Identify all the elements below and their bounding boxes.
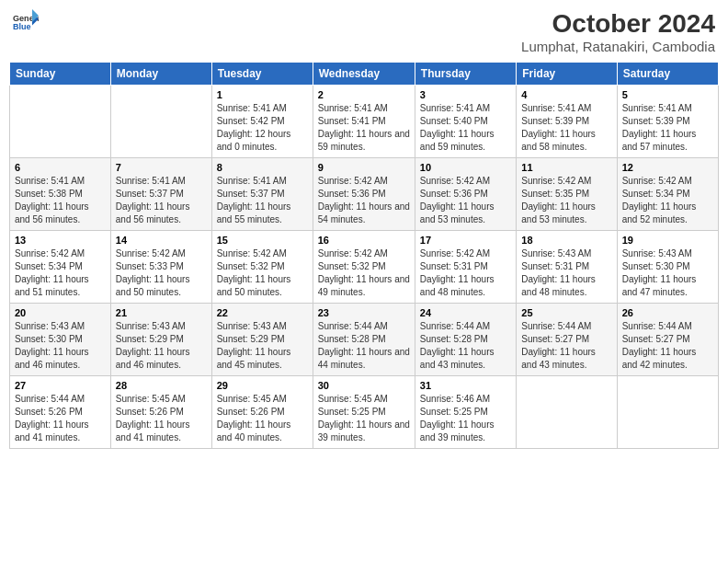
day-info: Sunrise: 5:42 AM Sunset: 5:33 PM Dayligh…: [116, 247, 207, 299]
calendar-cell: 28Sunrise: 5:45 AM Sunset: 5:26 PM Dayli…: [110, 376, 211, 449]
week-row-2: 6Sunrise: 5:41 AM Sunset: 5:38 PM Daylig…: [10, 158, 719, 231]
logo-icon: General Blue: [13, 9, 39, 35]
calendar-cell: 2Sunrise: 5:41 AM Sunset: 5:41 PM Daylig…: [313, 86, 415, 158]
col-header-saturday: Saturday: [617, 63, 718, 86]
day-info: Sunrise: 5:42 AM Sunset: 5:36 PM Dayligh…: [420, 175, 511, 226]
calendar-cell: 21Sunrise: 5:43 AM Sunset: 5:29 PM Dayli…: [110, 304, 211, 376]
day-number: 15: [217, 235, 308, 246]
day-info: Sunrise: 5:41 AM Sunset: 5:42 PM Dayligh…: [217, 102, 308, 154]
day-number: 24: [420, 307, 511, 318]
day-info: Sunrise: 5:44 AM Sunset: 5:28 PM Dayligh…: [318, 320, 410, 372]
day-info: Sunrise: 5:43 AM Sunset: 5:30 PM Dayligh…: [15, 320, 106, 372]
day-number: 3: [420, 89, 511, 100]
calendar-cell: 12Sunrise: 5:42 AM Sunset: 5:34 PM Dayli…: [617, 158, 718, 231]
day-number: 14: [116, 235, 207, 246]
calendar-cell: 30Sunrise: 5:45 AM Sunset: 5:25 PM Dayli…: [313, 376, 415, 449]
col-header-friday: Friday: [517, 63, 617, 86]
col-header-tuesday: Tuesday: [211, 63, 313, 86]
day-number: 4: [521, 89, 611, 100]
day-info: Sunrise: 5:43 AM Sunset: 5:30 PM Dayligh…: [622, 247, 713, 299]
calendar-cell: 8Sunrise: 5:41 AM Sunset: 5:37 PM Daylig…: [211, 158, 313, 231]
day-info: Sunrise: 5:44 AM Sunset: 5:26 PM Dayligh…: [15, 393, 106, 444]
calendar-cell: 24Sunrise: 5:44 AM Sunset: 5:28 PM Dayli…: [415, 304, 516, 376]
calendar-cell: 23Sunrise: 5:44 AM Sunset: 5:28 PM Dayli…: [313, 304, 415, 376]
day-info: Sunrise: 5:42 AM Sunset: 5:34 PM Dayligh…: [15, 247, 106, 299]
calendar-cell: 15Sunrise: 5:42 AM Sunset: 5:32 PM Dayli…: [211, 231, 313, 304]
calendar-cell: 31Sunrise: 5:46 AM Sunset: 5:25 PM Dayli…: [415, 376, 516, 449]
day-number: 8: [217, 162, 308, 173]
calendar-cell: [110, 86, 211, 158]
day-info: Sunrise: 5:42 AM Sunset: 5:32 PM Dayligh…: [217, 247, 308, 299]
calendar-cell: 10Sunrise: 5:42 AM Sunset: 5:36 PM Dayli…: [415, 158, 516, 231]
calendar-cell: 1Sunrise: 5:41 AM Sunset: 5:42 PM Daylig…: [211, 86, 313, 158]
day-number: 11: [521, 162, 611, 173]
day-number: 30: [318, 380, 410, 391]
week-row-5: 27Sunrise: 5:44 AM Sunset: 5:26 PM Dayli…: [10, 376, 719, 449]
day-info: Sunrise: 5:42 AM Sunset: 5:32 PM Dayligh…: [318, 247, 410, 299]
day-info: Sunrise: 5:43 AM Sunset: 5:29 PM Dayligh…: [116, 320, 207, 372]
calendar-cell: [617, 376, 718, 449]
col-header-wednesday: Wednesday: [313, 63, 415, 86]
day-number: 10: [420, 162, 511, 173]
logo: General Blue: [13, 9, 39, 35]
calendar-cell: 14Sunrise: 5:42 AM Sunset: 5:33 PM Dayli…: [110, 231, 211, 304]
day-info: Sunrise: 5:42 AM Sunset: 5:36 PM Dayligh…: [318, 175, 410, 226]
calendar-header-row: SundayMondayTuesdayWednesdayThursdayFrid…: [10, 63, 719, 86]
day-info: Sunrise: 5:43 AM Sunset: 5:31 PM Dayligh…: [521, 247, 611, 299]
calendar-cell: [517, 376, 617, 449]
day-number: 20: [15, 307, 106, 318]
main-title: October 2024: [521, 9, 715, 39]
day-info: Sunrise: 5:41 AM Sunset: 5:37 PM Dayligh…: [217, 175, 308, 226]
day-number: 13: [15, 235, 106, 246]
calendar-cell: 9Sunrise: 5:42 AM Sunset: 5:36 PM Daylig…: [313, 158, 415, 231]
day-info: Sunrise: 5:42 AM Sunset: 5:31 PM Dayligh…: [420, 247, 511, 299]
day-number: 5: [622, 89, 713, 100]
day-number: 18: [521, 235, 611, 246]
calendar-cell: 18Sunrise: 5:43 AM Sunset: 5:31 PM Dayli…: [517, 231, 617, 304]
day-number: 17: [420, 235, 511, 246]
day-number: 7: [116, 162, 207, 173]
day-info: Sunrise: 5:46 AM Sunset: 5:25 PM Dayligh…: [420, 393, 511, 444]
calendar-cell: 20Sunrise: 5:43 AM Sunset: 5:30 PM Dayli…: [10, 304, 111, 376]
day-number: 27: [15, 380, 106, 391]
day-info: Sunrise: 5:45 AM Sunset: 5:26 PM Dayligh…: [116, 393, 207, 444]
day-info: Sunrise: 5:41 AM Sunset: 5:39 PM Dayligh…: [521, 102, 611, 154]
calendar-cell: [10, 86, 111, 158]
col-header-sunday: Sunday: [10, 63, 111, 86]
day-number: 12: [622, 162, 713, 173]
day-info: Sunrise: 5:44 AM Sunset: 5:28 PM Dayligh…: [420, 320, 511, 372]
calendar-cell: 17Sunrise: 5:42 AM Sunset: 5:31 PM Dayli…: [415, 231, 516, 304]
day-number: 29: [217, 380, 308, 391]
page-header: General Blue October 2024 Lumphat, Ratan…: [9, 9, 719, 54]
day-info: Sunrise: 5:43 AM Sunset: 5:29 PM Dayligh…: [217, 320, 308, 372]
day-number: 19: [622, 235, 713, 246]
week-row-4: 20Sunrise: 5:43 AM Sunset: 5:30 PM Dayli…: [10, 304, 719, 376]
day-info: Sunrise: 5:41 AM Sunset: 5:40 PM Dayligh…: [420, 102, 511, 154]
calendar-cell: 5Sunrise: 5:41 AM Sunset: 5:39 PM Daylig…: [617, 86, 718, 158]
svg-text:Blue: Blue: [13, 22, 31, 31]
calendar-table: SundayMondayTuesdayWednesdayThursdayFrid…: [9, 62, 719, 449]
day-number: 21: [116, 307, 207, 318]
calendar-cell: 11Sunrise: 5:42 AM Sunset: 5:35 PM Dayli…: [517, 158, 617, 231]
subtitle: Lumphat, Ratanakiri, Cambodia: [521, 39, 715, 54]
title-block: October 2024 Lumphat, Ratanakiri, Cambod…: [521, 9, 715, 54]
calendar-cell: 19Sunrise: 5:43 AM Sunset: 5:30 PM Dayli…: [617, 231, 718, 304]
day-number: 1: [217, 89, 308, 100]
calendar-cell: 25Sunrise: 5:44 AM Sunset: 5:27 PM Dayli…: [517, 304, 617, 376]
day-info: Sunrise: 5:41 AM Sunset: 5:39 PM Dayligh…: [622, 102, 713, 154]
day-number: 2: [318, 89, 410, 100]
day-info: Sunrise: 5:42 AM Sunset: 5:35 PM Dayligh…: [521, 175, 611, 226]
day-number: 28: [116, 380, 207, 391]
calendar-cell: 27Sunrise: 5:44 AM Sunset: 5:26 PM Dayli…: [10, 376, 111, 449]
calendar-cell: 22Sunrise: 5:43 AM Sunset: 5:29 PM Dayli…: [211, 304, 313, 376]
day-info: Sunrise: 5:44 AM Sunset: 5:27 PM Dayligh…: [521, 320, 611, 372]
day-number: 23: [318, 307, 410, 318]
day-number: 6: [15, 162, 106, 173]
calendar-cell: 13Sunrise: 5:42 AM Sunset: 5:34 PM Dayli…: [10, 231, 111, 304]
day-info: Sunrise: 5:41 AM Sunset: 5:37 PM Dayligh…: [116, 175, 207, 226]
calendar-cell: 6Sunrise: 5:41 AM Sunset: 5:38 PM Daylig…: [10, 158, 111, 231]
calendar-cell: 4Sunrise: 5:41 AM Sunset: 5:39 PM Daylig…: [517, 86, 617, 158]
day-info: Sunrise: 5:44 AM Sunset: 5:27 PM Dayligh…: [622, 320, 713, 372]
calendar-cell: 26Sunrise: 5:44 AM Sunset: 5:27 PM Dayli…: [617, 304, 718, 376]
week-row-1: 1Sunrise: 5:41 AM Sunset: 5:42 PM Daylig…: [10, 86, 719, 158]
